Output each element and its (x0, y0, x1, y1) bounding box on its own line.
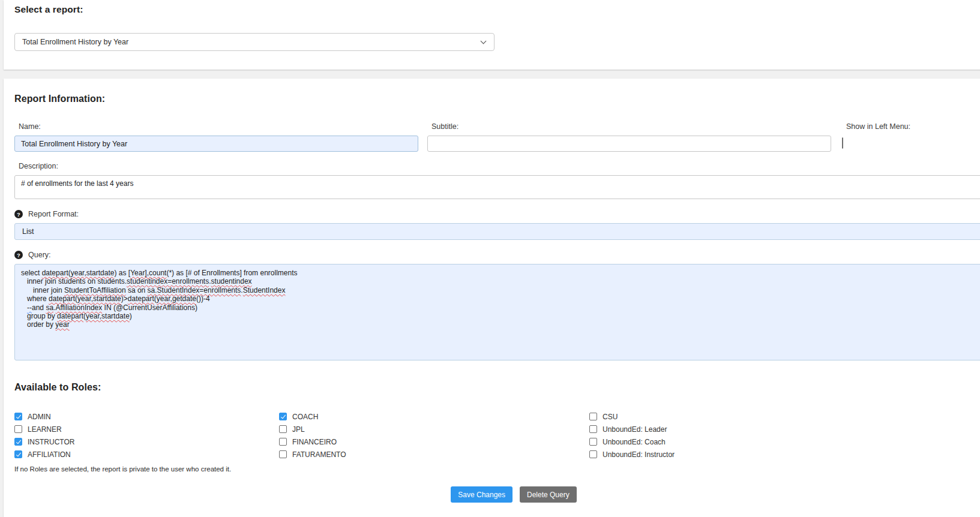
query-line: select datepart(year,startdate) as [Year… (21, 269, 980, 277)
role-checkbox-row[interactable]: AFFILIATION (14, 448, 279, 461)
role-label: AFFILIATION (28, 450, 71, 459)
select-report-card: Select a report: Total Enrollment Histor… (4, 0, 980, 70)
query-token-misspelled: -- (27, 303, 32, 312)
checkbox-checked-icon[interactable] (14, 438, 22, 446)
query-token-misspelled: studentindex (211, 277, 252, 285)
role-checkbox-row[interactable]: LEARNER (14, 423, 279, 435)
report-format-select[interactable]: List (14, 223, 980, 240)
report-information-card: Report Information: Name: Subtitle: Show… (4, 79, 980, 517)
description-textarea[interactable]: # of enrollments for the last 4 years (14, 175, 980, 199)
role-checkbox-row[interactable]: ADMIN (14, 410, 279, 423)
query-token: )> (121, 294, 128, 303)
role-checkbox-row[interactable]: JPL (279, 423, 589, 435)
role-checkbox-row[interactable]: COACH (279, 410, 589, 423)
query-token: (*) as [# of Enrollments] from enrollmen… (166, 269, 297, 277)
checkbox-unchecked-icon[interactable] (279, 425, 287, 433)
checkbox-checked-icon[interactable] (14, 413, 22, 420)
show-in-left-menu-label: Show in Left Menu: (842, 122, 910, 131)
checkbox-checked-icon[interactable] (279, 413, 287, 420)
role-label: FINANCEIRO (292, 438, 337, 446)
name-field-group: Name: (14, 122, 418, 152)
query-token: IN (@CurrentUserAffiliations) (102, 303, 197, 312)
name-subtitle-row: Name: Subtitle: Show in Left Menu: (14, 122, 980, 152)
subtitle-label: Subtitle: (427, 122, 831, 131)
help-icon[interactable]: ? (14, 251, 23, 259)
report-select[interactable]: Total Enrollment History by Year (14, 33, 495, 51)
help-icon[interactable]: ? (14, 210, 23, 218)
query-token-misspelled: datepart (49, 294, 75, 303)
checkbox-unchecked-icon[interactable] (589, 425, 597, 433)
query-token: inner join (21, 286, 64, 294)
role-label: INSTRUCTOR (28, 438, 74, 446)
role-checkbox-row[interactable]: UnboundEd: Leader (589, 423, 980, 435)
query-token-misspelled: studentindex=enrollments (127, 277, 209, 285)
query-line: order by year (21, 320, 980, 329)
query-line: --and sa.AffiliationIndex IN (@CurrentUs… (21, 303, 980, 312)
query-token-misspelled: datepart (42, 269, 68, 277)
checkbox-unchecked-icon[interactable] (14, 425, 22, 433)
show-in-left-menu-checkbox[interactable] (842, 137, 843, 149)
query-token: ())-4 (196, 294, 210, 303)
query-label: Query: (28, 251, 51, 259)
description-label: Description: (14, 162, 980, 170)
role-checkbox-row[interactable]: UnboundEd: Coach (589, 435, 980, 448)
report-select-value: Total Enrollment History by Year (22, 38, 128, 46)
role-label: JPL (292, 425, 305, 434)
report-format-label: Report Format: (28, 210, 79, 218)
query-token-misspelled: datepart (128, 294, 154, 303)
query-token: sa on (126, 286, 148, 294)
checkbox-unchecked-icon[interactable] (279, 438, 287, 446)
delete-query-button[interactable]: Delete Query (520, 486, 577, 503)
role-checkbox-row[interactable]: UnboundEd: Instructor (589, 448, 980, 461)
report-format-value: List (22, 227, 34, 236)
query-token-misspelled: StudentToAffiliation (64, 286, 126, 294)
query-line: where datepart(year,startdate)>datepart(… (21, 294, 980, 303)
query-token: ) as [ (114, 269, 130, 277)
query-token: and (32, 303, 46, 312)
name-input[interactable] (14, 136, 418, 152)
query-token-misspelled: year,startdate (86, 312, 130, 320)
query-token: group by (21, 312, 57, 320)
role-label: ADMIN (28, 413, 51, 421)
query-token: select (21, 269, 42, 277)
subtitle-input[interactable] (427, 136, 831, 152)
checkbox-unchecked-icon[interactable] (589, 438, 597, 446)
checkbox-unchecked-icon[interactable] (589, 413, 597, 420)
query-label-row: ? Query: (14, 251, 980, 259)
query-token-misspelled: sa.StudentIndex=enrollments (148, 286, 241, 294)
role-label: UnboundEd: Coach (603, 438, 666, 446)
checkbox-checked-icon[interactable] (14, 450, 22, 458)
roles-grid: ADMINLEARNERINSTRUCTORAFFILIATIONCOACHJP… (14, 410, 980, 461)
role-label: CSU (603, 413, 618, 421)
query-token-misspelled: sa (46, 303, 53, 312)
query-token: inner join students on students. (21, 277, 127, 285)
name-label: Name: (14, 122, 418, 131)
show-in-left-menu-group: Show in Left Menu: (842, 122, 910, 149)
query-token: order by (21, 320, 55, 329)
query-token-misspelled: year,startdate (71, 269, 115, 277)
query-line: inner join students on students.studenti… (21, 277, 980, 285)
query-token-misspelled: datepart (57, 312, 83, 320)
query-token: ) (130, 312, 132, 320)
roles-column: ADMINLEARNERINSTRUCTORAFFILIATION (14, 410, 279, 461)
role-checkbox-row[interactable]: FINANCEIRO (279, 435, 589, 448)
query-token-misspelled: year (55, 320, 69, 329)
action-buttons-row: Save Changes Delete Query (14, 486, 980, 503)
query-token: where (21, 294, 49, 303)
roles-column: COACHJPLFINANCEIROFATURAMENTO (279, 410, 589, 461)
role-label: UnboundEd: Instructor (603, 450, 675, 459)
query-token-misspelled: year,startdate (77, 294, 121, 303)
query-token-misspelled: StudentIndex (243, 286, 286, 294)
role-checkbox-row[interactable]: CSU (589, 410, 980, 423)
role-label: FATURAMENTO (292, 450, 346, 459)
query-line: inner join StudentToAffiliation sa on sa… (21, 286, 980, 294)
role-label: LEARNER (28, 425, 62, 434)
checkbox-unchecked-icon[interactable] (589, 450, 597, 458)
roles-column: CSUUnboundEd: LeaderUnboundEd: CoachUnbo… (589, 410, 980, 461)
query-textarea[interactable]: select datepart(year,startdate) as [Year… (14, 264, 980, 360)
checkbox-unchecked-icon[interactable] (279, 450, 287, 458)
save-changes-button[interactable]: Save Changes (451, 486, 513, 503)
role-checkbox-row[interactable]: FATURAMENTO (279, 448, 589, 461)
subtitle-field-group: Subtitle: (427, 122, 831, 152)
role-checkbox-row[interactable]: INSTRUCTOR (14, 435, 279, 448)
